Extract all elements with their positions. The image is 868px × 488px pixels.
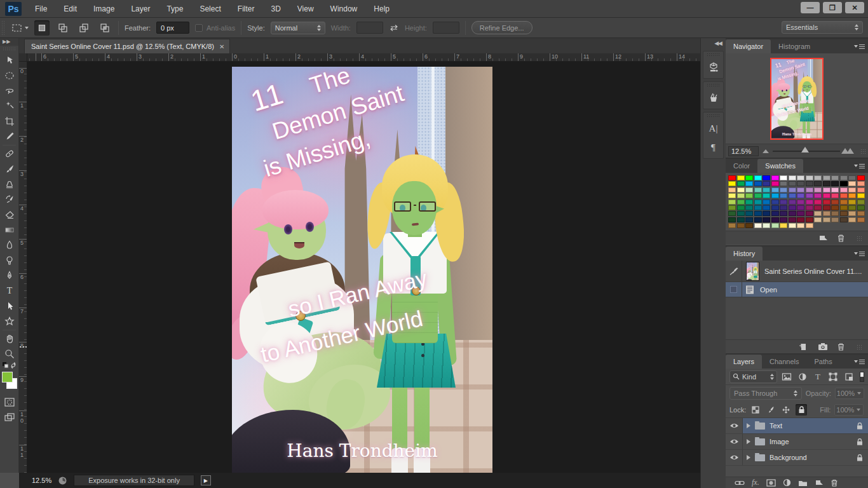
swatch[interactable] — [848, 187, 856, 193]
status-zoom-field[interactable]: 12.5% — [32, 477, 51, 484]
swatch[interactable] — [780, 211, 787, 216]
swatch[interactable] — [754, 200, 762, 205]
swatch[interactable] — [728, 205, 736, 210]
swatch[interactable] — [806, 187, 813, 193]
swatch[interactable] — [823, 217, 831, 222]
swatch[interactable] — [728, 223, 736, 228]
zoom-in-icon[interactable] — [844, 148, 854, 154]
swatch[interactable] — [745, 205, 753, 210]
swatch[interactable] — [754, 211, 762, 216]
swatch[interactable] — [728, 200, 736, 205]
swatch[interactable] — [814, 200, 822, 205]
close-button[interactable]: ✕ — [845, 2, 864, 13]
filter-type-layers-icon[interactable]: T — [812, 370, 824, 383]
swatch[interactable] — [789, 187, 796, 193]
swatch[interactable] — [737, 205, 745, 210]
swatch[interactable] — [771, 223, 779, 228]
intersect-selection-button[interactable] — [97, 20, 112, 36]
new-snapshot-icon[interactable] — [818, 342, 828, 351]
gradient-tool[interactable] — [0, 222, 19, 238]
swatch[interactable] — [754, 175, 762, 180]
swatch[interactable] — [754, 223, 762, 228]
trash-icon[interactable] — [837, 234, 845, 242]
navigator-zoom-field[interactable]: 12.5% — [728, 146, 759, 156]
custom-shape-tool[interactable] — [0, 314, 19, 329]
brush-presets-panel-icon[interactable] — [703, 88, 723, 107]
status-message[interactable]: Exposure works in 32-bit only — [74, 475, 194, 486]
new-document-from-state-icon[interactable] — [798, 342, 809, 351]
clone-stamp-tool[interactable] — [0, 177, 19, 192]
minimize-button[interactable]: — — [801, 2, 820, 13]
swatch[interactable] — [763, 205, 770, 210]
crop-tool[interactable] — [0, 114, 19, 129]
toolbar-collapse-icon[interactable]: ▶▶ — [0, 38, 18, 46]
swatch[interactable] — [737, 217, 745, 222]
panel-grip[interactable] — [707, 114, 720, 118]
swap-dimensions-icon[interactable] — [389, 24, 399, 32]
swatch[interactable] — [789, 223, 796, 228]
panel-grip[interactable] — [707, 53, 720, 57]
swatch[interactable] — [780, 175, 787, 180]
swatch[interactable] — [737, 181, 745, 186]
menu-item[interactable]: File — [27, 0, 55, 18]
swatch[interactable] — [806, 175, 813, 180]
hand-tool[interactable] — [0, 331, 19, 346]
swatch[interactable] — [754, 205, 762, 210]
panel-menu-icon[interactable] — [854, 249, 865, 258]
swatch[interactable] — [814, 205, 822, 210]
swatch[interactable] — [797, 175, 804, 180]
swatch[interactable] — [806, 211, 813, 216]
toolbar-grip[interactable] — [3, 47, 16, 51]
type-tool[interactable]: T — [0, 283, 19, 299]
swatch[interactable] — [857, 217, 865, 222]
swatch[interactable] — [857, 211, 865, 216]
antialias-checkbox[interactable] — [195, 24, 203, 32]
swatch[interactable] — [737, 193, 745, 198]
slider-thumb[interactable] — [801, 147, 809, 152]
swatch[interactable] — [754, 217, 762, 222]
magic-wand-tool[interactable] — [0, 98, 19, 114]
tab-layers[interactable]: Layers — [726, 355, 762, 369]
new-layer-icon[interactable] — [815, 479, 824, 487]
layer-name[interactable]: Image — [770, 438, 852, 445]
swatch[interactable] — [848, 217, 856, 222]
move-tool[interactable] — [0, 53, 19, 68]
swatch[interactable] — [763, 217, 770, 222]
lock-transparency-icon[interactable] — [750, 404, 761, 416]
add-mask-icon[interactable] — [766, 479, 776, 487]
swatch[interactable] — [780, 205, 787, 210]
default-colors-icon[interactable] — [3, 362, 9, 369]
eraser-tool[interactable] — [0, 207, 19, 222]
swatch[interactable] — [780, 187, 787, 193]
tab-histogram[interactable]: Histogram — [771, 39, 818, 53]
filter-smart-objects-icon[interactable] — [843, 370, 855, 383]
layer-row-background[interactable]: Background — [726, 450, 868, 466]
document-canvas[interactable]: 11The Demon Saint is Missing, so I Ran A… — [232, 67, 492, 473]
filter-shape-layers-icon[interactable] — [827, 370, 839, 383]
lock-pixels-icon[interactable] — [765, 404, 776, 416]
swatch[interactable] — [771, 187, 779, 193]
panel-menu-icon[interactable] — [854, 42, 865, 51]
swatch[interactable] — [771, 193, 779, 198]
swatch[interactable] — [771, 211, 779, 216]
swatch[interactable] — [857, 181, 865, 186]
visibility-toggle[interactable] — [726, 434, 743, 449]
resize-grip[interactable] — [857, 236, 862, 241]
3d-panel-icon[interactable] — [703, 58, 723, 77]
swatch[interactable] — [797, 193, 804, 198]
swatch[interactable] — [763, 200, 770, 205]
menu-item[interactable]: Filter — [229, 0, 263, 18]
swatch[interactable] — [840, 200, 848, 205]
swatch[interactable] — [831, 175, 839, 180]
swatch[interactable] — [857, 205, 865, 210]
layer-name[interactable]: Background — [770, 454, 852, 461]
tab-color[interactable]: Color — [726, 159, 757, 173]
swatch[interactable] — [814, 211, 822, 216]
visibility-toggle[interactable] — [726, 418, 743, 433]
swatch[interactable] — [831, 200, 839, 205]
swatch[interactable] — [831, 187, 839, 193]
swatch[interactable] — [789, 205, 796, 210]
swatch[interactable] — [840, 211, 848, 216]
adjustment-layer-icon[interactable] — [783, 478, 791, 487]
document-canvas[interactable]: 11The Demon Saint is Missing, so I Ran A… — [771, 59, 822, 139]
